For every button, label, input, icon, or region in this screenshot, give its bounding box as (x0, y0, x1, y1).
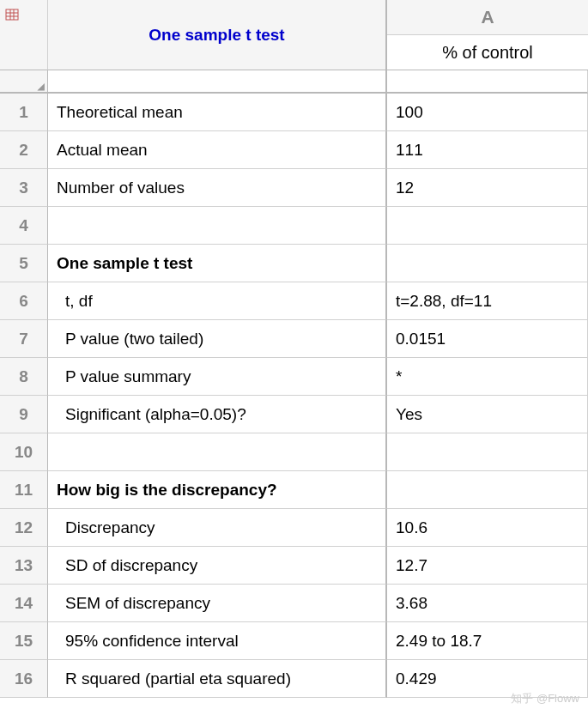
row-number[interactable]: 15 (0, 622, 48, 660)
table-icon (5, 7, 19, 21)
result-label[interactable]: SEM of discrepancy (48, 585, 387, 622)
results-grid: One sample t test A % of control (0, 0, 588, 94)
column-header-name[interactable]: % of control (387, 35, 588, 70)
result-label[interactable] (48, 433, 387, 471)
result-value[interactable]: 2.49 to 18.7 (387, 622, 588, 660)
row-number[interactable]: 11 (0, 471, 48, 509)
row-number[interactable]: 2 (0, 131, 48, 169)
result-value[interactable]: t=2.88, df=11 (387, 282, 588, 320)
analysis-title: One sample t test (48, 0, 387, 70)
result-value[interactable]: 10.6 (387, 509, 588, 547)
row-number[interactable]: 1 (0, 94, 48, 131)
result-label[interactable]: P value summary (48, 358, 387, 396)
row-number[interactable]: 5 (0, 245, 48, 282)
row-number[interactable]: 7 (0, 320, 48, 358)
row-number[interactable]: 3 (0, 169, 48, 207)
result-label[interactable]: R squared (partial eta squared) (48, 660, 387, 698)
result-label[interactable] (48, 207, 387, 245)
row-number[interactable]: 6 (0, 282, 48, 320)
result-label[interactable]: Significant (alpha=0.05)? (48, 396, 387, 433)
result-value[interactable]: Yes (387, 396, 588, 433)
result-value[interactable]: 12.7 (387, 547, 588, 585)
result-label[interactable]: Actual mean (48, 131, 387, 169)
result-value[interactable]: 100 (387, 94, 588, 131)
row-header-blank (0, 70, 48, 94)
result-value[interactable]: 0.429 (387, 660, 588, 698)
result-label[interactable]: One sample t test (48, 245, 387, 282)
row-number[interactable]: 4 (0, 207, 48, 245)
row-number[interactable]: 14 (0, 585, 48, 622)
row-number[interactable]: 13 (0, 547, 48, 585)
blank-cell[interactable] (48, 70, 387, 94)
row-number[interactable]: 8 (0, 358, 48, 396)
result-label[interactable]: Discrepancy (48, 509, 387, 547)
result-value[interactable]: 12 (387, 169, 588, 207)
row-number[interactable]: 12 (0, 509, 48, 547)
row-number[interactable]: 10 (0, 433, 48, 471)
result-label[interactable]: t, df (48, 282, 387, 320)
result-label[interactable]: P value (two tailed) (48, 320, 387, 358)
result-label[interactable]: Number of values (48, 169, 387, 207)
blank-cell[interactable] (387, 70, 588, 94)
row-number[interactable]: 9 (0, 396, 48, 433)
result-label[interactable]: Theoretical mean (48, 94, 387, 131)
column-header-letter[interactable]: A (387, 0, 588, 35)
result-value[interactable] (387, 471, 588, 509)
result-value[interactable]: 0.0151 (387, 320, 588, 358)
result-label[interactable]: SD of discrepancy (48, 547, 387, 585)
result-value[interactable]: * (387, 358, 588, 396)
result-value[interactable]: 111 (387, 131, 588, 169)
row-number[interactable]: 16 (0, 660, 48, 698)
header-corner (0, 0, 48, 70)
result-value[interactable] (387, 245, 588, 282)
result-label[interactable]: How big is the discrepancy? (48, 471, 387, 509)
result-value[interactable] (387, 207, 588, 245)
result-label[interactable]: 95% confidence interval (48, 622, 387, 660)
result-value[interactable] (387, 433, 588, 471)
data-rows: 1Theoretical mean1002Actual mean1113Numb… (0, 94, 588, 698)
svg-rect-0 (6, 9, 18, 20)
result-value[interactable]: 3.68 (387, 585, 588, 622)
